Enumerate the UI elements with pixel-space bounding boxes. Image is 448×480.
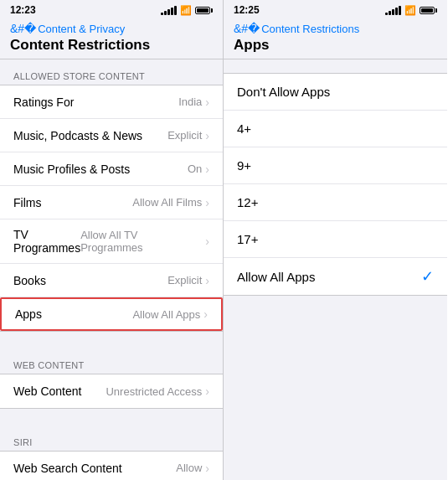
apps-dont-allow-label: Don't Allow Apps <box>237 85 330 99</box>
table-group-web: Web Content Unrestricted Access › <box>0 374 223 409</box>
nav-back-label-left[interactable]: Content & Privacy <box>38 23 125 35</box>
row-books-value: Explicit › <box>167 274 209 287</box>
row-music-value: Explicit › <box>167 129 209 142</box>
nav-title-left: Content Restrictions <box>10 37 213 54</box>
row-ratings-label: Ratings For <box>13 95 178 109</box>
nav-bar-right: &#� Content Restrictions Apps <box>224 18 447 59</box>
battery-icon-left <box>195 7 213 14</box>
nav-bar-left: &#� Content & Privacy Content Restrictio… <box>0 18 223 59</box>
chevron-ratings: › <box>205 95 209 109</box>
chevron-music-profiles: › <box>205 163 209 176</box>
nav-back-label-right[interactable]: Content Restrictions <box>261 23 359 35</box>
chevron-tv: › <box>205 235 209 248</box>
row-ratings[interactable]: Ratings For India › <box>0 85 223 119</box>
chevron-music: › <box>205 129 209 142</box>
row-web-content[interactable]: Web Content Unrestricted Access › <box>0 374 223 408</box>
nav-title-right: Apps <box>234 37 437 54</box>
status-time-right: 12:25 <box>234 4 260 16</box>
apps-17plus[interactable]: 17+ <box>224 221 447 258</box>
nav-back-left[interactable]: &#� Content & Privacy <box>10 22 213 35</box>
chevron-web: › <box>205 385 209 398</box>
status-bar-left: 12:23 📶 <box>0 0 223 18</box>
wifi-icon-left: 📶 <box>180 5 192 16</box>
status-bar-right: 12:25 📶 <box>224 0 447 18</box>
apps-12plus-label: 12+ <box>237 195 258 209</box>
apps-12plus[interactable]: 12+ <box>224 184 447 221</box>
apps-9plus-label: 9+ <box>237 158 251 173</box>
status-icons-right: 📶 <box>385 5 437 16</box>
status-time-left: 12:23 <box>10 4 36 16</box>
row-apps-value: Allow All Apps › <box>132 307 208 321</box>
section-header-web: WEB CONTENT <box>0 348 223 374</box>
row-tv-label: TV Programmes <box>13 228 80 255</box>
checkmark-icon: ✓ <box>421 267 434 286</box>
row-films-value: Allow All Films › <box>132 196 209 209</box>
row-web-content-label: Web Content <box>13 385 106 398</box>
table-group-siri: Web Search Content Allow › Explicit Lang… <box>0 451 223 480</box>
row-tv-value: Allow All TV Programmes › <box>80 229 209 254</box>
back-chevron-left: &#� <box>10 22 36 35</box>
right-panel: 12:25 📶 &#� Content Restrictions Apps <box>224 0 447 480</box>
battery-icon-right <box>420 7 437 14</box>
row-web-search-label: Web Search Content <box>13 462 176 475</box>
row-films-label: Films <box>13 196 132 209</box>
scroll-content-right: Don't Allow Apps 4+ 9+ 12+ 17+ Allow All… <box>224 59 447 480</box>
section-header-allowed: ALLOWED STORE CONTENT <box>0 59 223 85</box>
apps-4plus[interactable]: 4+ <box>224 111 447 147</box>
left-panel: 12:23 📶 &#� Content & Privacy Content Re… <box>0 0 224 480</box>
row-films[interactable]: Films Allow All Films › <box>0 186 223 219</box>
row-web-search-value: Allow › <box>176 462 209 475</box>
status-icons-left: 📶 <box>161 5 213 16</box>
row-tv[interactable]: TV Programmes Allow All TV Programmes › <box>0 219 223 264</box>
chevron-apps: › <box>203 307 208 321</box>
back-chevron-right: &#� <box>234 22 260 35</box>
row-books-label: Books <box>13 274 167 287</box>
apps-4plus-label: 4+ <box>237 121 251 136</box>
apps-list: Don't Allow Apps 4+ 9+ 12+ 17+ Allow All… <box>224 73 447 296</box>
apps-17plus-label: 17+ <box>237 232 258 246</box>
row-books[interactable]: Books Explicit › <box>0 264 223 297</box>
signal-icon-left <box>161 6 177 15</box>
row-music-profiles[interactable]: Music Profiles & Posts On › <box>0 152 223 186</box>
apps-allow-all-label: Allow All Apps <box>237 270 315 284</box>
row-apps[interactable]: Apps Allow All Apps › <box>0 297 223 331</box>
row-music-label: Music, Podcasts & News <box>13 129 167 142</box>
wifi-icon-right: 📶 <box>404 5 416 16</box>
apps-allow-all[interactable]: Allow All Apps ✓ <box>224 258 447 295</box>
row-web-content-value: Unrestricted Access › <box>106 385 209 398</box>
apps-dont-allow[interactable]: Don't Allow Apps <box>224 74 447 111</box>
row-music-profiles-value: On › <box>188 163 209 176</box>
section-header-siri: SIRI <box>0 426 223 451</box>
chevron-web-search: › <box>205 462 209 475</box>
nav-back-right[interactable]: &#� Content Restrictions <box>234 22 437 35</box>
chevron-books: › <box>205 274 209 287</box>
apps-9plus[interactable]: 9+ <box>224 147 447 184</box>
row-web-search[interactable]: Web Search Content Allow › <box>0 452 223 480</box>
table-group-allowed: Ratings For India › Music, Podcasts & Ne… <box>0 85 223 332</box>
row-music-profiles-label: Music Profiles & Posts <box>13 163 188 176</box>
row-ratings-value: India › <box>178 95 209 109</box>
row-apps-label: Apps <box>15 307 132 321</box>
signal-icon-right <box>385 6 401 15</box>
row-music[interactable]: Music, Podcasts & News Explicit › <box>0 119 223 152</box>
chevron-films: › <box>205 196 209 209</box>
scroll-content-left: ALLOWED STORE CONTENT Ratings For India … <box>0 59 223 480</box>
